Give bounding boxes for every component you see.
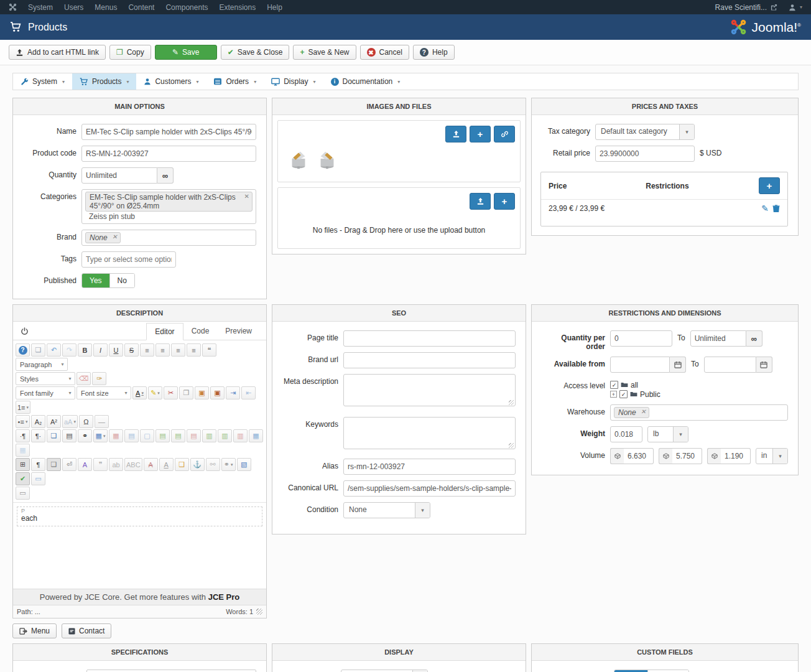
files-dropzone[interactable]: No files - Drag & Drop here or use the u… <box>277 187 521 249</box>
add-image-button[interactable] <box>470 126 491 142</box>
nav-item-system[interactable]: System▾ <box>13 73 72 90</box>
cancel-button[interactable]: ✖ Cancel <box>360 45 409 60</box>
access-all-checkbox[interactable] <box>610 381 618 389</box>
user-menu[interactable]: ▾ <box>789 4 802 11</box>
fullscreen-icon[interactable]: ❏ <box>47 429 61 442</box>
volume-width-field[interactable] <box>672 448 702 464</box>
italic-icon[interactable]: I <box>93 343 108 357</box>
topmenu-content[interactable]: Content <box>128 3 154 12</box>
split-cells-icon[interactable]: ▦ <box>16 444 30 457</box>
save-button[interactable]: ✎ Save <box>155 45 217 60</box>
available-to-field[interactable] <box>704 357 756 373</box>
insert-column-right-icon[interactable]: ▥ <box>218 429 232 442</box>
site-preview-link[interactable]: Rave Scientifi... <box>715 3 777 12</box>
row-properties-icon[interactable]: ▤ <box>124 429 139 442</box>
volume-height-field[interactable] <box>721 448 751 464</box>
contact-button[interactable]: Contact <box>62 623 111 638</box>
save-new-button[interactable]: + Save & New <box>293 45 356 60</box>
delete-table-icon[interactable]: ▦ <box>109 429 123 442</box>
condition-select[interactable]: None <box>343 502 430 518</box>
editor-content[interactable]: P each <box>13 503 266 589</box>
available-from-field[interactable] <box>610 357 670 373</box>
upload-file-button[interactable] <box>470 193 491 210</box>
redo-icon[interactable]: ↷ <box>62 343 76 357</box>
deleted-text-icon[interactable]: A <box>144 458 158 471</box>
outdent-icon[interactable]: ⇤ <box>241 386 256 399</box>
special-character-icon[interactable]: Ω <box>79 415 93 428</box>
insert-column-left-icon[interactable]: ▥ <box>202 429 216 442</box>
font-tools-icon[interactable]: A <box>78 458 92 471</box>
bold-icon[interactable]: B <box>78 343 92 357</box>
style-block-icon[interactable]: ▭ <box>31 472 45 485</box>
find-icon[interactable]: ⚭ <box>78 429 92 442</box>
retail-price-field[interactable] <box>595 146 695 162</box>
styles-select[interactable]: Styles▾ <box>16 372 75 385</box>
help-button[interactable]: ? Help <box>413 45 455 60</box>
text-color-icon[interactable]: A▾ <box>132 386 147 399</box>
new-document-icon[interactable]: ❏ <box>31 343 45 357</box>
quantity-field[interactable] <box>81 167 157 184</box>
insert-row-below-icon[interactable]: ▤ <box>171 429 185 442</box>
volume-length-field[interactable] <box>624 448 654 464</box>
cleanup-icon[interactable]: ✑ <box>92 372 106 385</box>
quantity-min-field[interactable] <box>610 330 672 347</box>
remove-tag-icon[interactable] <box>641 408 646 415</box>
remove-tag-icon[interactable] <box>112 233 117 240</box>
table-icon[interactable]: ▦▾ <box>93 429 108 442</box>
eraser-icon[interactable]: ⌫ <box>76 372 91 385</box>
subscript-icon[interactable]: A₂ <box>31 415 45 428</box>
quantity-max-field[interactable] <box>690 330 746 347</box>
nav-item-products[interactable]: Products▾ <box>72 73 136 90</box>
copy-button[interactable]: ❐ Copy <box>109 45 151 60</box>
format-select[interactable]: Paragraph▾ <box>16 358 68 371</box>
name-field[interactable] <box>81 124 256 140</box>
jce-pro-link[interactable]: JCE Pro <box>208 592 240 602</box>
rtl-icon[interactable]: ¶· <box>31 429 45 442</box>
align-left-icon[interactable]: ≡ <box>140 343 154 357</box>
published-yes-button[interactable]: Yes <box>82 274 109 287</box>
insert-row-above-icon[interactable]: ▤ <box>155 429 170 442</box>
align-center-icon[interactable]: ≡ <box>155 343 170 357</box>
align-right-icon[interactable]: ≡ <box>171 343 185 357</box>
published-no-button[interactable]: No <box>109 274 134 287</box>
visual-characters-icon[interactable]: ⏎ <box>62 458 76 471</box>
access-public-checkbox[interactable] <box>619 390 628 398</box>
unlink-icon[interactable]: ⚯ <box>206 458 220 471</box>
spellcheck-icon[interactable]: ✔ <box>16 472 30 485</box>
weight-field[interactable] <box>610 426 642 442</box>
abbreviation-icon[interactable]: ab <box>109 458 123 471</box>
container-icon[interactable]: ▭ <box>16 487 30 500</box>
horizontal-rule-icon[interactable]: — <box>95 415 109 428</box>
topmenu-users[interactable]: Users <box>64 3 83 12</box>
product-thumbnail[interactable] <box>315 149 339 170</box>
delete-row-icon[interactable]: ▤ <box>187 429 201 442</box>
ltr-icon[interactable]: ·¶ <box>16 429 30 442</box>
acronym-icon[interactable]: ABC <box>124 458 142 471</box>
strikethrough-icon[interactable]: S <box>124 343 139 357</box>
keywords-field[interactable] <box>343 417 516 449</box>
font-size-select[interactable]: Font size▾ <box>76 386 131 399</box>
cut-icon[interactable]: ✂ <box>164 386 178 399</box>
add-price-button[interactable] <box>759 177 780 194</box>
edit-price-icon[interactable] <box>761 203 769 213</box>
infinity-button[interactable] <box>157 167 174 184</box>
canonical-url-field[interactable] <box>343 480 516 497</box>
meta-description-field[interactable] <box>343 374 516 406</box>
indent-icon[interactable]: ⇥ <box>226 386 240 399</box>
topmenu-extensions[interactable]: Extensions <box>219 3 256 12</box>
resize-handle[interactable] <box>256 609 262 615</box>
editor-toggle-icon[interactable] <box>21 327 29 335</box>
paste-text-icon[interactable]: ▣ <box>210 386 225 399</box>
images-dropzone[interactable] <box>277 120 521 182</box>
product-thumbnail[interactable] <box>287 149 310 170</box>
tax-category-select[interactable]: Default tax category <box>595 124 695 140</box>
link-image-button[interactable] <box>494 126 515 142</box>
warehouse-field[interactable]: None <box>610 404 788 421</box>
highlight-icon[interactable]: ✎▾ <box>148 386 162 399</box>
alias-field[interactable] <box>343 459 516 475</box>
link-icon[interactable]: ⚭▾ <box>221 458 236 471</box>
nav-item-orders[interactable]: Orders▾ <box>206 73 264 90</box>
volume-unit-select[interactable]: in <box>756 448 788 464</box>
inserted-text-icon[interactable]: A <box>159 458 174 471</box>
save-close-button[interactable]: ✔ Save & Close <box>221 45 290 60</box>
